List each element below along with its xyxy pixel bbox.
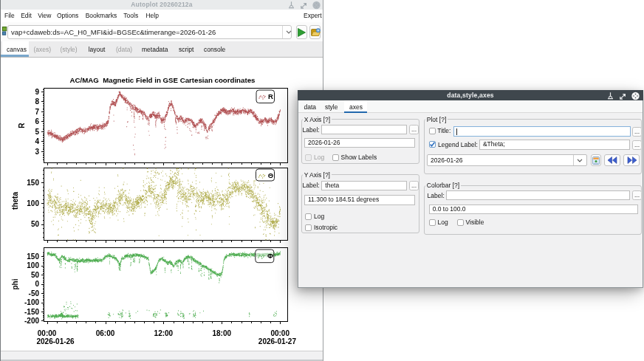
svg-text:100: 100 xyxy=(27,199,39,207)
svg-text:2026-01-27: 2026-01-27 xyxy=(258,337,297,345)
svg-text:-200: -200 xyxy=(24,317,39,325)
svg-text:150: 150 xyxy=(27,252,39,261)
svg-text:9: 9 xyxy=(35,88,39,96)
svg-text:2026-01-26: 2026-01-26 xyxy=(37,337,75,345)
svg-text:4: 4 xyxy=(35,137,39,145)
svg-text:150: 150 xyxy=(27,179,39,187)
svg-text:12:00: 12:00 xyxy=(154,329,174,337)
svg-text:6: 6 xyxy=(35,117,39,126)
svg-text:00:00: 00:00 xyxy=(270,329,290,337)
svg-text:0: 0 xyxy=(35,280,39,288)
svg-text:18:00: 18:00 xyxy=(213,329,232,337)
svg-text:7: 7 xyxy=(35,108,39,116)
svg-text:00:00: 00:00 xyxy=(38,329,57,337)
svg-text:5: 5 xyxy=(35,128,39,136)
svg-text:-50: -50 xyxy=(29,289,40,298)
svg-text:-100: -100 xyxy=(24,298,39,306)
svg-text:50: 50 xyxy=(31,220,40,228)
svg-text:8: 8 xyxy=(35,97,39,106)
svg-text:R: R xyxy=(268,92,273,100)
svg-text:phi: phi xyxy=(11,278,19,289)
svg-text:3: 3 xyxy=(35,148,39,156)
svg-text:100: 100 xyxy=(27,261,39,269)
svg-text:Φ: Φ xyxy=(267,252,273,260)
svg-text:Θ: Θ xyxy=(268,171,273,179)
svg-text:theta: theta xyxy=(11,192,19,210)
svg-text:50: 50 xyxy=(31,271,40,279)
svg-text:AC/MAG Magnetic Field in GSE: AC/MAG Magnetic Field in GSE Cartesian c… xyxy=(70,76,256,84)
svg-text:R: R xyxy=(18,123,26,128)
svg-text:06:00: 06:00 xyxy=(96,329,115,337)
svg-text:-150: -150 xyxy=(24,308,39,316)
